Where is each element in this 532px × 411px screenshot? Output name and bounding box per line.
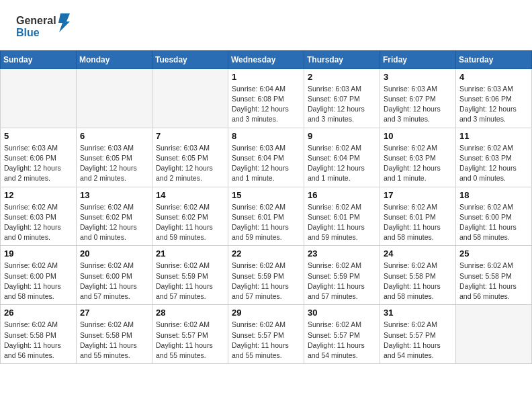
day-number: 23 bbox=[308, 248, 376, 259]
day-number: 3 bbox=[384, 72, 452, 82]
day-cell: 6Sunrise: 6:03 AMSunset: 6:05 PMDaylight… bbox=[77, 128, 152, 187]
day-cell: 31Sunrise: 6:02 AMSunset: 5:57 PMDayligh… bbox=[380, 305, 456, 364]
day-cell: 16Sunrise: 6:02 AMSunset: 6:01 PMDayligh… bbox=[304, 187, 380, 246]
day-number: 1 bbox=[232, 72, 300, 82]
day-number: 18 bbox=[459, 190, 528, 200]
day-info: Sunrise: 6:02 AMSunset: 5:59 PMDaylight:… bbox=[156, 261, 224, 302]
day-info: Sunrise: 6:02 AMSunset: 5:58 PMDaylight:… bbox=[4, 320, 73, 361]
logo-svg: General Blue bbox=[16, 12, 77, 40]
day-cell: 4Sunrise: 6:03 AMSunset: 6:06 PMDaylight… bbox=[456, 68, 532, 128]
day-number: 5 bbox=[4, 131, 73, 141]
day-cell bbox=[77, 68, 152, 128]
day-info: Sunrise: 6:02 AMSunset: 5:59 PMDaylight:… bbox=[308, 261, 376, 302]
day-number: 25 bbox=[459, 248, 528, 259]
svg-text:Blue: Blue bbox=[16, 27, 40, 38]
weekday-header-row: SundayMondayTuesdayWednesdayThursdayFrid… bbox=[1, 50, 532, 68]
logo-text: General Blue bbox=[16, 12, 77, 44]
day-cell: 18Sunrise: 6:02 AMSunset: 6:00 PMDayligh… bbox=[456, 187, 532, 246]
day-number: 21 bbox=[156, 248, 224, 259]
day-number: 30 bbox=[308, 308, 376, 318]
day-cell: 21Sunrise: 6:02 AMSunset: 5:59 PMDayligh… bbox=[152, 246, 228, 305]
day-cell: 2Sunrise: 6:03 AMSunset: 6:07 PMDaylight… bbox=[304, 68, 380, 128]
day-cell: 24Sunrise: 6:02 AMSunset: 5:58 PMDayligh… bbox=[380, 246, 456, 305]
day-number: 29 bbox=[232, 308, 300, 318]
week-row-5: 26Sunrise: 6:02 AMSunset: 5:58 PMDayligh… bbox=[1, 305, 532, 364]
logo: General Blue bbox=[16, 12, 77, 44]
day-number: 13 bbox=[80, 190, 148, 200]
day-cell bbox=[1, 68, 77, 128]
day-cell: 20Sunrise: 6:02 AMSunset: 6:00 PMDayligh… bbox=[77, 246, 152, 305]
day-cell: 8Sunrise: 6:03 AMSunset: 6:04 PMDaylight… bbox=[228, 128, 304, 187]
day-cell: 17Sunrise: 6:02 AMSunset: 6:01 PMDayligh… bbox=[380, 187, 456, 246]
week-row-2: 5Sunrise: 6:03 AMSunset: 6:06 PMDaylight… bbox=[1, 128, 532, 187]
header: General Blue bbox=[0, 0, 532, 50]
day-info: Sunrise: 6:02 AMSunset: 6:01 PMDaylight:… bbox=[384, 202, 452, 243]
svg-marker-2 bbox=[58, 13, 70, 32]
calendar-header: SundayMondayTuesdayWednesdayThursdayFrid… bbox=[1, 50, 532, 68]
day-info: Sunrise: 6:03 AMSunset: 6:06 PMDaylight:… bbox=[4, 143, 73, 184]
calendar-body: 1Sunrise: 6:04 AMSunset: 6:08 PMDaylight… bbox=[1, 68, 532, 363]
week-row-4: 19Sunrise: 6:02 AMSunset: 6:00 PMDayligh… bbox=[1, 246, 532, 305]
day-info: Sunrise: 6:02 AMSunset: 6:03 PMDaylight:… bbox=[4, 202, 73, 243]
day-cell: 25Sunrise: 6:02 AMSunset: 5:58 PMDayligh… bbox=[456, 246, 532, 305]
day-info: Sunrise: 6:02 AMSunset: 5:58 PMDaylight:… bbox=[384, 261, 452, 302]
day-info: Sunrise: 6:02 AMSunset: 5:58 PMDaylight:… bbox=[459, 261, 528, 302]
weekday-header-friday: Friday bbox=[380, 50, 456, 68]
day-cell: 30Sunrise: 6:02 AMSunset: 5:57 PMDayligh… bbox=[304, 305, 380, 364]
day-number: 4 bbox=[459, 72, 528, 82]
weekday-header-wednesday: Wednesday bbox=[228, 50, 304, 68]
day-number: 26 bbox=[4, 308, 73, 318]
day-info: Sunrise: 6:03 AMSunset: 6:06 PMDaylight:… bbox=[459, 84, 528, 125]
day-cell: 22Sunrise: 6:02 AMSunset: 5:59 PMDayligh… bbox=[228, 246, 304, 305]
day-info: Sunrise: 6:02 AMSunset: 6:02 PMDaylight:… bbox=[80, 202, 148, 243]
day-cell: 23Sunrise: 6:02 AMSunset: 5:59 PMDayligh… bbox=[304, 246, 380, 305]
day-number: 9 bbox=[308, 131, 376, 141]
day-number: 27 bbox=[80, 308, 148, 318]
day-info: Sunrise: 6:03 AMSunset: 6:07 PMDaylight:… bbox=[308, 84, 376, 125]
day-info: Sunrise: 6:02 AMSunset: 6:03 PMDaylight:… bbox=[384, 143, 452, 184]
day-cell: 9Sunrise: 6:02 AMSunset: 6:04 PMDaylight… bbox=[304, 128, 380, 187]
day-number: 14 bbox=[156, 190, 224, 200]
weekday-header-sunday: Sunday bbox=[1, 50, 77, 68]
day-info: Sunrise: 6:04 AMSunset: 6:08 PMDaylight:… bbox=[232, 84, 300, 125]
day-info: Sunrise: 6:02 AMSunset: 5:57 PMDaylight:… bbox=[384, 320, 452, 361]
day-info: Sunrise: 6:02 AMSunset: 6:00 PMDaylight:… bbox=[4, 261, 73, 302]
day-cell: 29Sunrise: 6:02 AMSunset: 5:57 PMDayligh… bbox=[228, 305, 304, 364]
day-number: 24 bbox=[384, 248, 452, 259]
week-row-1: 1Sunrise: 6:04 AMSunset: 6:08 PMDaylight… bbox=[1, 68, 532, 128]
day-info: Sunrise: 6:02 AMSunset: 5:57 PMDaylight:… bbox=[308, 320, 376, 361]
page: General Blue SundayMondayTuesdayWednesda… bbox=[0, 0, 532, 411]
day-number: 7 bbox=[156, 131, 224, 141]
day-info: Sunrise: 6:02 AMSunset: 6:01 PMDaylight:… bbox=[232, 202, 300, 243]
day-cell: 13Sunrise: 6:02 AMSunset: 6:02 PMDayligh… bbox=[77, 187, 152, 246]
day-info: Sunrise: 6:03 AMSunset: 6:05 PMDaylight:… bbox=[156, 143, 224, 184]
day-info: Sunrise: 6:02 AMSunset: 5:57 PMDaylight:… bbox=[232, 320, 300, 361]
day-cell: 3Sunrise: 6:03 AMSunset: 6:07 PMDaylight… bbox=[380, 68, 456, 128]
day-info: Sunrise: 6:02 AMSunset: 6:01 PMDaylight:… bbox=[308, 202, 376, 243]
day-number: 17 bbox=[384, 190, 452, 200]
day-cell bbox=[152, 68, 228, 128]
day-cell bbox=[456, 305, 532, 364]
day-cell: 12Sunrise: 6:02 AMSunset: 6:03 PMDayligh… bbox=[1, 187, 77, 246]
day-number: 11 bbox=[459, 131, 528, 141]
day-info: Sunrise: 6:03 AMSunset: 6:05 PMDaylight:… bbox=[80, 143, 148, 184]
weekday-header-monday: Monday bbox=[77, 50, 152, 68]
day-info: Sunrise: 6:03 AMSunset: 6:07 PMDaylight:… bbox=[384, 84, 452, 125]
day-number: 20 bbox=[80, 248, 148, 259]
day-cell: 5Sunrise: 6:03 AMSunset: 6:06 PMDaylight… bbox=[1, 128, 77, 187]
day-cell: 26Sunrise: 6:02 AMSunset: 5:58 PMDayligh… bbox=[1, 305, 77, 364]
day-cell: 27Sunrise: 6:02 AMSunset: 5:58 PMDayligh… bbox=[77, 305, 152, 364]
day-info: Sunrise: 6:02 AMSunset: 6:00 PMDaylight:… bbox=[459, 202, 528, 243]
day-number: 19 bbox=[4, 248, 73, 259]
day-info: Sunrise: 6:02 AMSunset: 6:00 PMDaylight:… bbox=[80, 261, 148, 302]
day-cell: 10Sunrise: 6:02 AMSunset: 6:03 PMDayligh… bbox=[380, 128, 456, 187]
day-number: 15 bbox=[232, 190, 300, 200]
day-cell: 11Sunrise: 6:02 AMSunset: 6:03 PMDayligh… bbox=[456, 128, 532, 187]
svg-text:General: General bbox=[16, 15, 56, 26]
day-number: 16 bbox=[308, 190, 376, 200]
day-number: 31 bbox=[384, 308, 452, 318]
day-cell: 1Sunrise: 6:04 AMSunset: 6:08 PMDaylight… bbox=[228, 68, 304, 128]
day-info: Sunrise: 6:02 AMSunset: 5:58 PMDaylight:… bbox=[80, 320, 148, 361]
day-cell: 7Sunrise: 6:03 AMSunset: 6:05 PMDaylight… bbox=[152, 128, 228, 187]
day-info: Sunrise: 6:02 AMSunset: 6:04 PMDaylight:… bbox=[308, 143, 376, 184]
